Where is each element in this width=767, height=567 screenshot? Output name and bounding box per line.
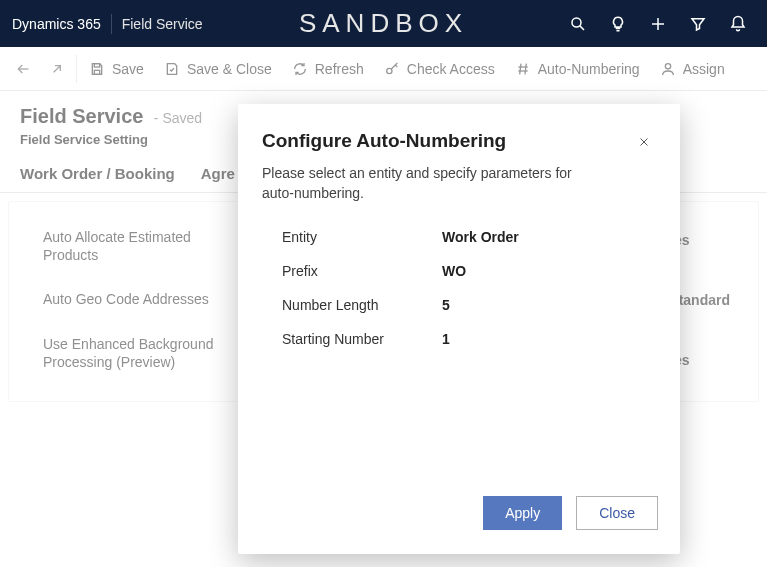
close-button[interactable]: Close (576, 496, 658, 530)
dialog-footer: Apply Close (238, 478, 680, 554)
svg-point-0 (572, 18, 581, 27)
plus-icon[interactable] (649, 15, 667, 33)
search-icon[interactable] (569, 15, 587, 33)
dialog-field-label: Entity (262, 229, 442, 245)
dialog-title: Configure Auto-Numbering (262, 130, 506, 152)
module-name[interactable]: Field Service (122, 16, 203, 32)
dialog-description: Please select an entity and specify para… (238, 162, 598, 221)
dialog-field-label: Prefix (262, 263, 442, 279)
dialog-header: Configure Auto-Numbering (238, 104, 680, 162)
dialog-field-value[interactable]: Work Order (442, 229, 656, 245)
dialog-row-prefix: Prefix WO (262, 255, 656, 289)
global-nav-bar: Dynamics 365 Field Service SANDBOX (0, 0, 767, 47)
dialog-row-entity: Entity Work Order (262, 221, 656, 255)
bell-icon[interactable] (729, 15, 747, 33)
close-icon (638, 135, 650, 149)
dialog-close-button[interactable] (632, 130, 656, 154)
dialog-field-value[interactable]: 5 (442, 297, 656, 313)
dialog-row-start: Starting Number 1 (262, 323, 656, 357)
divider (111, 14, 112, 34)
dialog-field-value[interactable]: WO (442, 263, 656, 279)
lightbulb-icon[interactable] (609, 15, 627, 33)
dialog-row-length: Number Length 5 (262, 289, 656, 323)
app-title: Dynamics 365 (8, 16, 101, 32)
dialog-field-value[interactable]: 1 (442, 331, 656, 347)
dialog-field-label: Number Length (262, 297, 442, 313)
dialog-field-label: Starting Number (262, 331, 442, 347)
auto-numbering-dialog: Configure Auto-Numbering Please select a… (238, 104, 680, 554)
apply-button[interactable]: Apply (483, 496, 562, 530)
svg-line-1 (580, 25, 584, 29)
global-icons (569, 15, 759, 33)
filter-icon[interactable] (689, 15, 707, 33)
dialog-form: Entity Work Order Prefix WO Number Lengt… (238, 221, 680, 357)
